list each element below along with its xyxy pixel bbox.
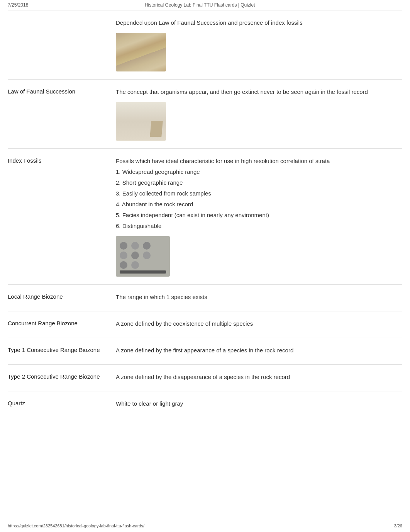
card-definition: The concept that organisms appear, and t… xyxy=(116,87,402,141)
card-term: Type 2 Consecutive Range Biozone xyxy=(8,372,116,383)
card-term: Local Range Biozone xyxy=(8,292,116,303)
card-row: Concurrent Range Biozone A zone defined … xyxy=(8,311,402,338)
card-row: Local Range Biozone The range in which 1… xyxy=(8,284,402,311)
card-definition: A zone defined by the first appearance o… xyxy=(116,346,402,357)
page-title: Historical Geology Lab Final TTU Flashca… xyxy=(145,2,255,8)
list-item: 5. Facies independent (can exist in near… xyxy=(116,211,402,220)
card-term xyxy=(8,18,116,71)
card-term: Law of Faunal Succession xyxy=(8,87,116,141)
card-image xyxy=(116,102,166,141)
card-definition: The range in which 1 species exists xyxy=(116,292,402,303)
card-row: Law of Faunal Succession The concept tha… xyxy=(8,79,402,148)
footer-url: https://quizlet.com/232542681/historical… xyxy=(8,524,144,528)
list-item: 2. Short geographic range xyxy=(116,178,402,187)
card-term: Index Fossils xyxy=(8,156,116,277)
card-definition: A zone defined by the disappearance of a… xyxy=(116,372,402,383)
card-list: 1. Widespread geographic range2. Short g… xyxy=(116,167,402,231)
cards-container: Depended upon Law of Faunal Succession a… xyxy=(0,10,410,418)
list-item: 6. Distinguishable xyxy=(116,221,402,231)
footer-bar: https://quizlet.com/232542681/historical… xyxy=(0,524,410,528)
card-image xyxy=(116,236,170,277)
date-label: 7/25/2018 xyxy=(8,2,28,8)
card-term: Type 1 Consecutive Range Biozone xyxy=(8,346,116,357)
card-image xyxy=(116,33,166,71)
card-definition: Fossils which have ideal characteristic … xyxy=(116,156,402,277)
card-definition: White to clear or light gray xyxy=(116,399,402,410)
card-row: Depended upon Law of Faunal Succession a… xyxy=(8,10,402,79)
card-row: Type 2 Consecutive Range Biozone A zone … xyxy=(8,364,402,391)
card-term: Quartz xyxy=(8,399,116,410)
card-row: Index Fossils Fossils which have ideal c… xyxy=(8,148,402,284)
card-row: Quartz White to clear or light gray xyxy=(8,391,402,418)
card-term: Concurrent Range Biozone xyxy=(8,319,116,330)
card-definition: A zone defined by the coexistence of mul… xyxy=(116,319,402,330)
list-item: 1. Widespread geographic range xyxy=(116,167,402,177)
card-row: Type 1 Consecutive Range Biozone A zone … xyxy=(8,338,402,364)
footer-page: 3/26 xyxy=(394,524,402,528)
list-item: 3. Easily collected from rock samples xyxy=(116,189,402,198)
list-item: 4. Abundant in the rock record xyxy=(116,200,402,209)
card-definition: Depended upon Law of Faunal Succession a… xyxy=(116,18,402,71)
